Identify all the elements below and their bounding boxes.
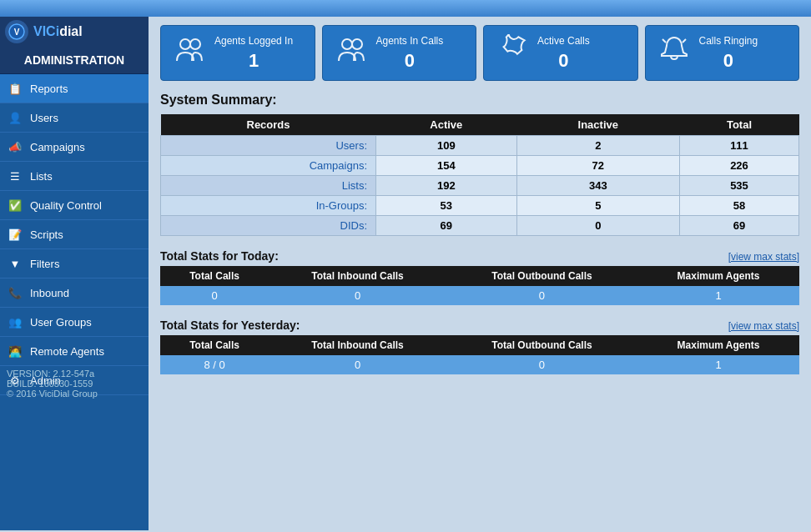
build-text: BUILD: 160330-1559 — [7, 379, 142, 389]
inbound-icon: 📞 — [7, 284, 23, 301]
row-inactive: 0 — [516, 216, 679, 236]
sidebar-nav: 📋 Reports 👤 Users 📣 Campaigns ☰ Lists ✅ — [0, 74, 149, 395]
stats-yesterday-section: Total Stats for Yesterday: [view max sta… — [160, 319, 799, 374]
row-total: 58 — [679, 196, 798, 216]
scripts-icon: 📝 — [7, 226, 23, 243]
row-total: 111 — [679, 136, 798, 156]
row-label: DIDs: — [161, 216, 376, 236]
lists-icon: ☰ — [7, 168, 23, 184]
sidebar-label-lists: Lists — [30, 170, 53, 183]
system-summary-title: System Summary: — [160, 93, 799, 108]
row-total: 226 — [679, 156, 798, 176]
agents-in-calls-info: Agents In Calls 0 — [376, 35, 444, 72]
system-summary: System Summary: Records Active Inactive … — [160, 93, 799, 236]
sidebar-item-scripts[interactable]: 📝 Scripts — [0, 220, 149, 249]
row-active: 154 — [376, 156, 517, 176]
svg-point-4 — [342, 39, 352, 49]
svg-point-2 — [180, 39, 190, 49]
sidebar-label-inbound: Inbound — [30, 287, 69, 299]
active-calls-label: Active Calls — [537, 35, 590, 47]
sidebar-item-user-groups[interactable]: 👥 User Groups — [0, 308, 149, 337]
stats-today-col: Total Inbound Calls — [269, 266, 446, 286]
stat-card-calls-ringing: Calls Ringing 0 — [645, 25, 800, 81]
logo-icon: V — [5, 20, 28, 43]
logo-text: VICidial — [33, 24, 83, 39]
svg-line-7 — [683, 39, 686, 43]
sidebar-footer: VERSION: 2.12-547a BUILD: 160330-1559 © … — [0, 362, 149, 405]
stats-yesterday-title: Total Stats for Yesterday: — [160, 319, 300, 332]
row-active: 109 — [376, 136, 517, 156]
stats-today-cell: 0 — [269, 286, 446, 305]
row-total: 535 — [679, 176, 798, 196]
calls-ringing-icon — [657, 34, 691, 72]
table-row: DIDs: 69 0 69 — [161, 216, 799, 236]
agents-in-calls-icon — [335, 34, 368, 72]
sidebar-label-remote-agents: Remote Agents — [30, 345, 104, 358]
row-active: 69 — [376, 216, 517, 236]
stats-today-section: Total Stats for Today: [view max stats] … — [160, 249, 799, 305]
active-calls-info: Active Calls 0 — [537, 35, 590, 72]
active-calls-value: 0 — [537, 50, 590, 72]
quality-control-icon: ✅ — [7, 197, 23, 213]
reports-icon: 📋 — [7, 80, 23, 97]
stats-yesterday-col: Total Inbound Calls — [269, 335, 446, 355]
copyright-text: © 2016 ViciDial Group — [7, 389, 142, 399]
row-inactive: 2 — [516, 136, 679, 156]
stats-today-header: Total Stats for Today: [view max stats] — [160, 249, 799, 263]
summary-col-records: Records — [161, 114, 376, 136]
summary-col-inactive: Inactive — [516, 114, 679, 136]
stat-card-agents-in-calls: Agents In Calls 0 — [322, 25, 477, 81]
row-label: Users: — [161, 136, 376, 156]
stats-yesterday-view-max[interactable]: [view max stats] — [728, 320, 799, 332]
sidebar-label-reports: Reports — [30, 83, 68, 95]
stats-today-cell: 0 — [160, 286, 269, 305]
remote-agents-icon: 🧑‍💻 — [7, 343, 23, 359]
stat-card-active-calls: Active Calls 0 — [483, 25, 638, 81]
sidebar-label-quality-control: Quality Control — [30, 199, 102, 212]
sidebar-label-scripts: Scripts — [30, 228, 63, 241]
stat-card-agents-logged-in: Agents Logged In 1 — [160, 25, 315, 81]
svg-line-6 — [662, 39, 666, 43]
sidebar-item-filters[interactable]: ▼ Filters — [0, 249, 149, 279]
stats-yesterday-col: Maximum Agents — [637, 335, 799, 355]
row-active: 53 — [376, 196, 517, 216]
sidebar-item-inbound[interactable]: 📞 Inbound — [0, 279, 149, 308]
sidebar-label-user-groups: User Groups — [30, 316, 92, 329]
summary-col-total: Total — [679, 114, 798, 136]
table-row: Lists: 192 343 535 — [161, 176, 799, 196]
stats-today-cell: 1 — [637, 286, 799, 305]
table-row: Users: 109 2 111 — [161, 136, 799, 156]
sidebar-item-reports[interactable]: 📋 Reports — [0, 74, 149, 103]
agents-in-calls-value: 0 — [376, 50, 444, 72]
stats-today-title: Total Stats for Today: — [160, 249, 279, 263]
sidebar-item-campaigns[interactable]: 📣 Campaigns — [0, 133, 149, 162]
stats-yesterday-header: Total Stats for Yesterday: [view max sta… — [160, 319, 799, 332]
admin-header: ADMINISTRATION — [0, 47, 149, 74]
calls-ringing-info: Calls Ringing 0 — [699, 35, 758, 72]
sidebar-item-quality-control[interactable]: ✅ Quality Control — [0, 191, 149, 220]
row-total: 69 — [679, 216, 798, 236]
row-label: Campaigns: — [161, 156, 376, 176]
sidebar-item-lists[interactable]: ☰ Lists — [0, 162, 149, 191]
table-row: In-Groups: 53 5 58 — [161, 196, 799, 216]
agents-in-calls-label: Agents In Calls — [376, 35, 444, 47]
stats-today-view-max[interactable]: [view max stats] — [728, 251, 799, 263]
agents-logged-in-info: Agents Logged In 1 — [214, 35, 293, 72]
row-inactive: 5 — [516, 196, 679, 216]
top-nav-bar — [0, 0, 811, 17]
stats-yesterday-cell: 8 / 0 — [160, 355, 269, 374]
calls-ringing-label: Calls Ringing — [699, 35, 758, 47]
stats-today-cell: 0 — [446, 286, 637, 305]
logo-area: V VICidial — [0, 17, 149, 47]
stats-yesterday-table: Total CallsTotal Inbound CallsTotal Outb… — [160, 335, 799, 374]
campaigns-icon: 📣 — [7, 138, 23, 155]
sidebar-item-users[interactable]: 👤 Users — [0, 103, 149, 133]
row-inactive: 343 — [516, 176, 679, 196]
version-text: VERSION: 2.12-547a — [7, 369, 142, 379]
stats-yesterday-cell: 0 — [446, 355, 637, 374]
stats-yesterday-col: Total Calls — [160, 335, 269, 355]
row-active: 192 — [376, 176, 517, 196]
agents-logged-in-label: Agents Logged In — [214, 35, 293, 47]
calls-ringing-value: 0 — [699, 50, 758, 72]
filters-icon: ▼ — [7, 255, 23, 272]
